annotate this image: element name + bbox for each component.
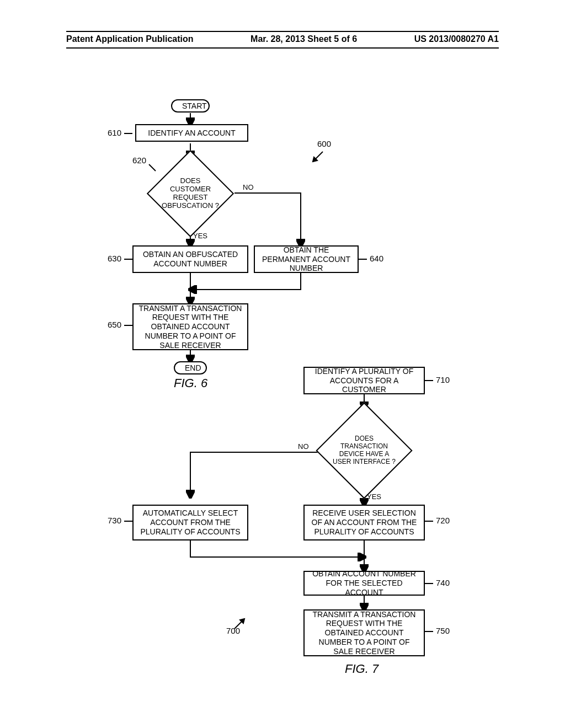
page: Patent Application Publication Mar. 28, … (0, 0, 565, 728)
ref-650: 650 (108, 320, 121, 329)
step-610: IDENTIFY AN ACCOUNT (135, 124, 248, 142)
header-rule-bottom (66, 47, 499, 49)
ref-750: 750 (436, 626, 450, 635)
header: Patent Application Publication Mar. 28, … (66, 34, 499, 44)
step-650: TRANSMIT A TRANSACTION REQUEST WITH THE … (132, 303, 248, 350)
header-right: US 2013/0080270 A1 (414, 34, 499, 44)
decision-620-text: DOES CUSTOMER REQUEST OBFUSCATION ? (161, 164, 220, 223)
step-630: OBTAIN AN OBFUSCATED ACCOUNT NUMBER (132, 245, 248, 273)
terminator-end: END (174, 361, 207, 374)
label-no-7: NO (298, 442, 309, 451)
ref-610: 610 (108, 128, 121, 137)
header-center: Mar. 28, 2013 Sheet 5 of 6 (250, 34, 357, 44)
step-640: OBTAIN THE PERMANENT ACCOUNT NUMBER (254, 245, 359, 273)
label-yes-7: YES (367, 493, 381, 501)
step-720: RECEIVE USER SELECTION OF AN ACCOUNT FRO… (303, 505, 425, 540)
ref-640: 640 (370, 254, 383, 263)
ref-620: 620 (132, 156, 146, 165)
step-750: TRANSMIT A TRANSACTION REQUEST WITH THE … (303, 609, 425, 656)
step-730: AUTOMATICALLY SELECT ACCOUNT FROM THE PL… (132, 505, 248, 540)
figure-6-caption: FIG. 6 (174, 376, 207, 390)
connectors (66, 94, 499, 695)
ref-600: 600 (317, 139, 331, 148)
ref-730: 730 (108, 516, 121, 525)
label-no-6: NO (243, 183, 254, 191)
ref-700: 700 (226, 626, 240, 635)
header-left: Patent Application Publication (66, 34, 194, 44)
step-710: IDENTIFY A PLURALITY OF ACCOUNTS FOR A C… (303, 367, 425, 394)
diagram-area: START IDENTIFY AN ACCOUNT 610 DOES CUSTO… (66, 94, 499, 695)
ref-630: 630 (108, 254, 121, 263)
header-rule-top (66, 31, 499, 32)
figure-7-caption: FIG. 7 (345, 662, 379, 676)
label-yes-6: YES (193, 232, 207, 240)
step-740: OBTAIN ACCOUNT NUMBER FOR THE SELECTED A… (303, 571, 425, 596)
ref-710: 710 (436, 375, 450, 384)
ref-720: 720 (436, 516, 450, 525)
decision-715-text: DOES TRANSACTION DEVICE HAVE A USER INTE… (331, 417, 397, 484)
ref-740: 740 (436, 578, 450, 587)
terminator-start: START (171, 99, 210, 113)
svg-line-7 (149, 164, 156, 171)
